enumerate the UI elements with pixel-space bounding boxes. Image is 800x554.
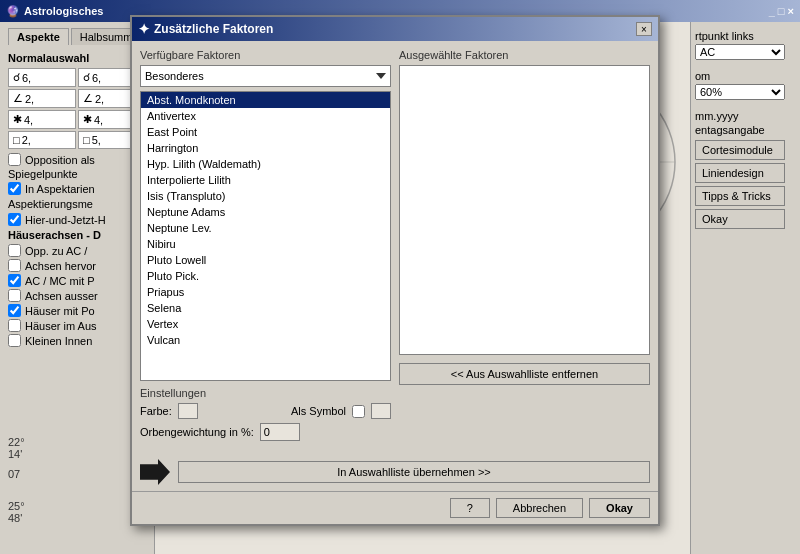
als-symbol-label: Als Symbol	[291, 405, 346, 417]
modal-titlebar: ✦ Zusätzliche Faktoren ×	[132, 17, 658, 41]
modal-right-panel: Ausgewählte Faktoren << Aus Auswahlliste…	[399, 49, 650, 445]
list-item-14[interactable]: Vertex	[141, 316, 390, 332]
modal-title-text: Zusätzliche Faktoren	[154, 22, 273, 36]
available-label: Verfügbare Faktoren	[140, 49, 391, 61]
list-item-12[interactable]: Priapus	[141, 284, 390, 300]
symbol-color-box[interactable]	[371, 403, 391, 419]
orb-input[interactable]	[260, 423, 300, 441]
color-picker[interactable]	[178, 403, 198, 419]
add-btn-row: In Auswahlliste übernehmen >>	[132, 453, 658, 491]
list-item-6[interactable]: Isis (Transpluto)	[141, 188, 390, 204]
modal-body: Verfügbare Faktoren Besonderes Abst. Mon…	[132, 41, 658, 453]
orb-label: Orbengewichtung in %:	[140, 426, 254, 438]
list-item-0[interactable]: Abst. Mondknoten	[141, 92, 390, 108]
farbe-row: Farbe: Als Symbol	[140, 403, 391, 419]
list-item-4[interactable]: Hyp. Lilith (Waldemath)	[141, 156, 390, 172]
cancel-btn[interactable]: Abbrechen	[496, 498, 583, 518]
selected-list[interactable]	[399, 65, 650, 355]
modal-left-panel: Verfügbare Faktoren Besonderes Abst. Mon…	[140, 49, 391, 445]
orb-row: Orbengewichtung in %:	[140, 423, 391, 441]
list-item-1[interactable]: Antivertex	[141, 108, 390, 124]
category-select[interactable]: Besonderes	[140, 65, 391, 87]
list-item-7[interactable]: Neptune Adams	[141, 204, 390, 220]
list-item-13[interactable]: Selena	[141, 300, 390, 316]
settings-section: Einstellungen Farbe: Als Symbol Orbengew…	[140, 387, 391, 441]
list-item-10[interactable]: Pluto Lowell	[141, 252, 390, 268]
modal-footer: ? Abbrechen Okay	[132, 491, 658, 524]
list-item-15[interactable]: Vulcan	[141, 332, 390, 348]
modal-title-left: ✦ Zusätzliche Faktoren	[138, 21, 273, 37]
remove-btn[interactable]: << Aus Auswahlliste entfernen	[399, 363, 650, 385]
farbe-label: Farbe:	[140, 405, 172, 417]
available-list[interactable]: Abst. Mondknoten Antivertex East Point H…	[140, 91, 391, 381]
category-dropdown-wrapper: Besonderes	[140, 65, 391, 87]
settings-label: Einstellungen	[140, 387, 391, 399]
modal-title-icon: ✦	[138, 21, 150, 37]
list-item-9[interactable]: Nibiru	[141, 236, 390, 252]
add-btn-label: In Auswahlliste übernehmen >>	[337, 466, 491, 478]
modal-dialog: ✦ Zusätzliche Faktoren × Verfügbare Fakt…	[130, 15, 660, 526]
help-btn[interactable]: ?	[450, 498, 490, 518]
list-item-3[interactable]: Harrington	[141, 140, 390, 156]
modal-overlay: ✦ Zusätzliche Faktoren × Verfügbare Fakt…	[0, 0, 800, 554]
modal-close-btn[interactable]: ×	[636, 22, 652, 36]
list-item-2[interactable]: East Point	[141, 124, 390, 140]
selected-label: Ausgewählte Faktoren	[399, 49, 650, 61]
list-item-11[interactable]: Pluto Pick.	[141, 268, 390, 284]
arrow-icon	[140, 459, 170, 485]
als-symbol-checkbox[interactable]	[352, 405, 365, 418]
list-item-5[interactable]: Interpolierte Lilith	[141, 172, 390, 188]
okay-btn[interactable]: Okay	[589, 498, 650, 518]
list-item-8[interactable]: Neptune Lev.	[141, 220, 390, 236]
add-to-list-btn[interactable]: In Auswahlliste übernehmen >>	[178, 461, 650, 483]
